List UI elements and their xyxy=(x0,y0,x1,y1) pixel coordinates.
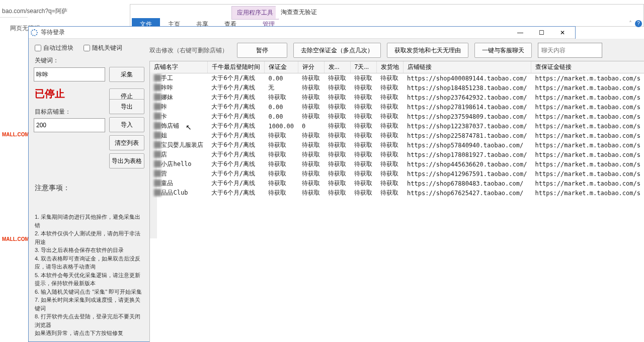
notes-body: 1. 采集期间请勿进行其他操作，避免采集出错2. 本软件仅供个人测试使用，请勿用… xyxy=(35,213,143,337)
help-icon[interactable]: ? xyxy=(635,20,642,27)
cell: 待获取 xyxy=(264,140,298,150)
cell: https://market.m.taobao.com/s xyxy=(531,159,644,169)
collect-button[interactable]: 采集 xyxy=(109,67,144,82)
col-shop-name[interactable]: 店铺名字 xyxy=(150,61,207,73)
cell: https://shop278198614.taobao.com/ xyxy=(403,102,531,112)
notes-title: 注意事项： xyxy=(35,184,143,193)
import-button[interactable]: 导入 xyxy=(109,117,144,132)
cell: 待获取 xyxy=(376,140,403,150)
note-line: 5. 本软件会每天优化采集逻辑，请注意更新提示，保持软件最新版本 xyxy=(35,271,143,288)
cell: https://market.m.taobao.com/s xyxy=(531,140,644,150)
col-seven[interactable]: 7天... xyxy=(350,61,376,73)
checkbox-random-keyword[interactable]: 随机关键词 xyxy=(84,44,122,52)
table-row[interactable]: ██饰店铺大于6个月/离线1000.000待获取待获取待获取https://sh… xyxy=(150,121,644,131)
cell: 大于6个月/离线 xyxy=(207,150,264,159)
cell: 大于6个月/离线 xyxy=(207,131,264,140)
export-button[interactable]: 导出 xyxy=(109,99,144,114)
mall-badge: MALL.COM xyxy=(2,132,29,137)
cell: https://market.m.taobao.com/s xyxy=(531,188,644,198)
remove-empty-deposit-button[interactable]: 去除空保证金（多点几次） xyxy=(293,43,381,58)
cell: 待获取 xyxy=(298,188,324,198)
data-table[interactable]: 店铺名字 千牛最后登陆时间 保证金 评分 发... 7天... 发货地 店铺链接… xyxy=(149,61,644,342)
cell: 待获取 xyxy=(350,112,376,121)
table-row[interactable]: ██品品Club大于6个月/离线待获取待获取待获取待获取待获取https://s… xyxy=(150,188,644,198)
checkbox-auto-slider[interactable]: 自动过滑块 xyxy=(35,44,73,52)
cell: https://shop412967591.taobao.com/ xyxy=(403,169,531,179)
cell: 待获取 xyxy=(376,131,403,140)
table-row[interactable]: ██宝贝婴儿服装店大于6个月/离线待获取待获取待获取待获取待获取https://… xyxy=(150,140,644,150)
cell: 待获取 xyxy=(376,121,403,131)
clear-list-button[interactable]: 清空列表 xyxy=(109,135,144,150)
gear-icon xyxy=(31,29,38,36)
cell: https://shop237642932.taobao.com/ xyxy=(403,93,531,102)
table-row[interactable]: ██咔咔大于6个月/离线无待获取待获取待获取待获取https://shop184… xyxy=(150,83,644,93)
col-check-link[interactable]: 查保证金链接 xyxy=(531,61,644,73)
cell: https://shop122387037.taobao.com/ xyxy=(403,121,531,131)
mall-badge: MALL.COM xyxy=(2,236,29,242)
cell: 待获取 xyxy=(324,150,350,159)
cell: 待获取 xyxy=(324,179,350,188)
col-last-login[interactable]: 千牛最后登陆时间 xyxy=(207,61,264,73)
fetch-shipping-button[interactable]: 获取发货地和七天无理由 xyxy=(387,43,468,58)
table-row[interactable]: ██手工大于6个月/离线0.00待获取待获取待获取待获取https://shop… xyxy=(150,73,644,83)
cell: 大于6个月/离线 xyxy=(207,83,264,93)
table-row[interactable]: ██小店hello大于6个月/离线待获取待获取待获取待获取待获取https://… xyxy=(150,159,644,169)
cell: https://shop225874781.taobao.com/ xyxy=(403,131,531,140)
cell: 0.00 xyxy=(264,73,298,83)
cell: 待获取 xyxy=(264,159,298,169)
col-score[interactable]: 评分 xyxy=(298,61,324,73)
table-row[interactable]: ██童品大于6个月/离线待获取待获取待获取待获取待获取https://shop6… xyxy=(150,179,644,188)
action-row: 双击修改（右键可删除店铺） 暂停 去除空保证金（多点几次） 获取发货地和七天无理… xyxy=(149,43,644,58)
cell: 待获取 xyxy=(324,188,350,198)
note-line: 4. 双击表格即可查询证金，如果双击后没反应，请导出表格手动查询 xyxy=(35,254,143,271)
cell: https://shop445636620.taobao.com/ xyxy=(403,159,531,169)
col-link[interactable]: 店铺链接 xyxy=(403,61,531,73)
target-input[interactable] xyxy=(34,118,105,132)
col-ship[interactable]: 发... xyxy=(324,61,350,73)
table-row[interactable]: ██卡大于6个月/离线0.00待获取待获取待获取待获取https://shop2… xyxy=(150,112,644,121)
cell: 待获取 xyxy=(298,169,324,179)
cell: ██咔 xyxy=(150,102,207,112)
cell: ██卡 xyxy=(150,112,207,121)
cell: 待获取 xyxy=(324,131,350,140)
titlebar: 等待登录 — ☐ ✕ xyxy=(29,27,575,39)
cell: 待获取 xyxy=(376,112,403,121)
cell: 待获取 xyxy=(350,102,376,112)
cell: 待获取 xyxy=(376,179,403,188)
note-line: 7. 如果长时间未采集到或速度慢，请更换关键词 xyxy=(35,296,143,312)
cell: ██姐 xyxy=(150,131,207,140)
cell: 大于6个月/离线 xyxy=(207,73,264,83)
cell: 待获取 xyxy=(264,150,298,159)
cell: 待获取 xyxy=(298,131,324,140)
table-row[interactable]: ██娜妹大于6个月/离线待获取待获取待获取待获取待获取https://shop2… xyxy=(150,93,644,102)
cell: 待获取 xyxy=(376,102,403,112)
maximize-button[interactable]: ☐ xyxy=(531,27,552,39)
export-table-button[interactable]: 导出为表格 xyxy=(109,153,144,168)
cell: 待获取 xyxy=(376,93,403,102)
col-deposit[interactable]: 保证金 xyxy=(264,61,298,73)
table-row[interactable]: ██营大于6个月/离线待获取待获取待获取待获取待获取https://shop41… xyxy=(150,169,644,179)
collapse-ribbon-icon[interactable]: ˄ xyxy=(629,20,632,27)
cell: 待获取 xyxy=(324,83,350,93)
contextual-tab-title: 淘查查无验证 xyxy=(276,6,322,19)
col-place[interactable]: 发货地 xyxy=(376,61,403,73)
close-button[interactable]: ✕ xyxy=(552,27,573,39)
chat-cs-button[interactable]: 一键与客服聊天 xyxy=(474,43,532,58)
cell: https://shop57840940.taobao.com/ xyxy=(403,140,531,150)
chat-input[interactable] xyxy=(538,43,602,58)
cell: ██品品Club xyxy=(150,188,207,198)
pause-button[interactable]: 暂停 xyxy=(237,43,287,58)
table-row[interactable]: ██咔大于6个月/离线0.00待获取待获取待获取待获取https://shop2… xyxy=(150,102,644,112)
cell: 待获取 xyxy=(350,179,376,188)
cell: 待获取 xyxy=(350,188,376,198)
keyword-label: 关键词： xyxy=(34,56,144,65)
table-row[interactable]: ██店大于6个月/离线待获取待获取待获取待获取待获取https://shop17… xyxy=(150,150,644,159)
note-line: 3. 导出之后表格会保存在软件的目录 xyxy=(35,246,143,254)
cell: 待获取 xyxy=(376,169,403,179)
cell: 0 xyxy=(298,121,324,131)
minimize-button[interactable]: — xyxy=(510,27,531,39)
cell: 大于6个月/离线 xyxy=(207,179,264,188)
table-row[interactable]: ██姐大于6个月/离线待获取待获取待获取待获取待获取https://shop22… xyxy=(150,131,644,140)
app-window: 等待登录 — ☐ ✕ 自动过滑块 随机关键词 关键词： 采集 已停止 停止 目标… xyxy=(28,26,576,342)
keyword-input[interactable] xyxy=(34,67,105,81)
